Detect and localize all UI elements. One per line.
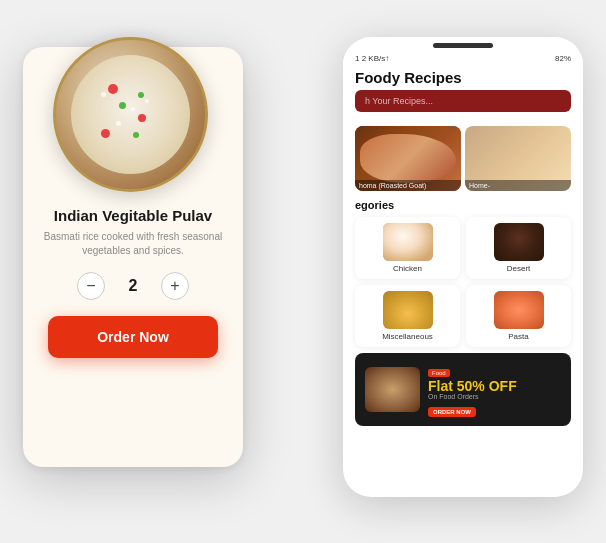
promo-order-button[interactable]: ORDER NOW	[428, 407, 476, 417]
quantity-plus[interactable]: +	[161, 272, 189, 300]
categories-grid: Chicken Desert Miscellaneous	[355, 217, 571, 347]
categories-section: egories Chicken Desert	[343, 199, 583, 347]
featured-banner: homa (Roasted Goat) Home-	[343, 126, 583, 199]
app-header: Foody Recipes h Your Recipes...	[343, 65, 583, 126]
pasta-img	[494, 291, 544, 329]
chocolate-shape	[494, 223, 544, 261]
tomato-3	[101, 129, 110, 138]
promo-tag: Food	[428, 369, 450, 377]
dish-circle	[53, 37, 208, 192]
promo-sub: On Food Orders	[428, 393, 561, 400]
card-content: Indian Vegitable Pulav Basmati rice cook…	[23, 197, 243, 447]
desert-img	[494, 223, 544, 261]
category-chicken[interactable]: Chicken	[355, 217, 460, 279]
banner-meat-label: homa (Roasted Goat)	[355, 180, 461, 191]
category-misc[interactable]: Miscellaneous	[355, 285, 460, 347]
status-right: 82%	[555, 54, 571, 63]
categories-title: egories	[355, 199, 571, 211]
quantity-value: 2	[123, 277, 143, 295]
category-desert-label: Desert	[472, 264, 565, 273]
category-chicken-label: Chicken	[361, 264, 454, 273]
promo-text: Food Flat 50% OFF On Food Orders ORDER N…	[428, 361, 561, 418]
dish-name: Indian Vegitable Pulav	[54, 207, 212, 224]
quantity-control: − 2 +	[77, 272, 189, 300]
chicken-shape	[383, 223, 433, 261]
promo-banner[interactable]: Food Flat 50% OFF On Food Orders ORDER N…	[355, 353, 571, 426]
dish-image-container	[53, 37, 213, 197]
misc-img	[383, 291, 433, 329]
quantity-minus[interactable]: −	[77, 272, 105, 300]
category-misc-label: Miscellaneous	[361, 332, 454, 341]
scene: 1 2 KB/s↑ 82% Foody Recipes h Your Recip…	[23, 17, 583, 527]
pea-3	[138, 92, 144, 98]
status-left: 1 2 KB/s↑	[355, 54, 389, 63]
tomato-2	[138, 114, 146, 122]
phone-back: 1 2 KB/s↑ 82% Foody Recipes h Your Recip…	[343, 37, 583, 497]
category-pasta-label: Pasta	[472, 332, 565, 341]
category-pasta[interactable]: Pasta	[466, 285, 571, 347]
search-bar[interactable]: h Your Recipes...	[355, 90, 571, 112]
order-now-button[interactable]: Order Now	[48, 316, 218, 358]
pea-1	[119, 102, 126, 109]
rice-grain-2	[131, 107, 135, 111]
pasta-shape	[494, 291, 544, 329]
chicken-img	[383, 223, 433, 261]
category-desert[interactable]: Desert	[466, 217, 571, 279]
banner-item-meat[interactable]: homa (Roasted Goat)	[355, 126, 461, 191]
rice-grain-1	[101, 92, 106, 97]
taco-shape	[383, 291, 433, 329]
rice-base	[71, 55, 190, 174]
banner-item-home[interactable]: Home-	[465, 126, 571, 191]
status-bar: 1 2 KB/s↑ 82%	[343, 48, 583, 65]
order-card: Indian Vegitable Pulav Basmati rice cook…	[23, 47, 243, 467]
search-placeholder: h Your Recipes...	[365, 96, 433, 106]
dish-desc: Basmati rice cooked with fresh seasonal …	[43, 230, 223, 258]
banner-home-label: Home-	[465, 180, 571, 191]
promo-headline: Flat 50% OFF	[428, 379, 561, 393]
app-title: Foody Recipes	[355, 69, 571, 86]
promo-food-img	[365, 367, 420, 412]
